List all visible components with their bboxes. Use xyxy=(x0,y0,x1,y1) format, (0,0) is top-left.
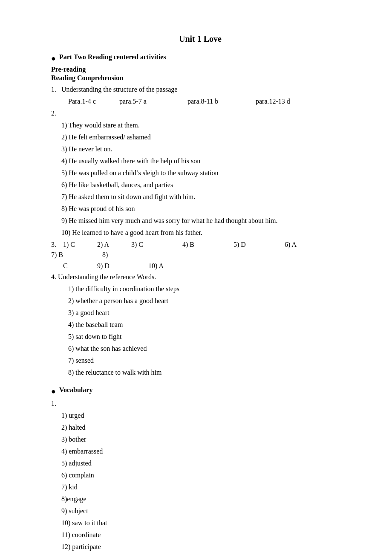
item-4-3: 3) a good heart xyxy=(68,308,349,318)
vocab-1-4: 4) embarrassed xyxy=(61,446,349,457)
item-4-text: Understanding the reference Words. xyxy=(58,273,156,280)
item-2-3: 3) He never let on. xyxy=(61,144,349,154)
item-2-4: 4) He usually walked there with the help… xyxy=(61,156,349,166)
ans-c2: C xyxy=(63,261,97,271)
page-title: Unit 1 Love xyxy=(51,34,349,44)
para-3: para.8-11 b xyxy=(187,96,256,107)
ans-4b: 4) B xyxy=(182,240,233,250)
ans-6a: 6) A xyxy=(285,240,319,250)
vocab-1-11: 11) coordinate xyxy=(61,530,349,540)
bullet-vocab-icon: ● xyxy=(51,386,56,397)
vocabulary-header: ● Vocabulary xyxy=(51,386,349,397)
item-4-7: 7) sensed xyxy=(68,356,349,366)
item-2-6: 6) He like basketball, dances, and parti… xyxy=(61,180,349,190)
item-2-9: 9) He missed him very much and was sorry… xyxy=(61,216,349,226)
item-4-6: 6) what the son has achieved xyxy=(68,344,349,354)
item-1-para-row: Para.1-4 c para.5-7 a para.8-11 b para.1… xyxy=(68,96,349,107)
ans-8: 8) xyxy=(102,250,136,260)
vocab-item-1-subitems: 1) urged 2) halted 3) bother 4) embarras… xyxy=(61,410,349,552)
para-2: para.5-7 a xyxy=(119,96,187,107)
ans-5d: 5) D xyxy=(233,240,285,250)
item-4-5: 5) sat down to fight xyxy=(68,332,349,342)
para-1: Para.1-4 c xyxy=(68,96,119,107)
vocab-1-6: 6) complain xyxy=(61,470,349,480)
ans-1c: 1) C xyxy=(63,240,97,250)
item-2-subitems: 1) They would stare at them. 2) He felt … xyxy=(61,120,349,238)
vocabulary-label: Vocabulary xyxy=(59,386,93,394)
vocab-1-1: 1) urged xyxy=(61,410,349,421)
item-2-1: 1) They would stare at them. xyxy=(61,120,349,130)
item-4: 4. Understanding the reference Words. xyxy=(51,272,349,282)
vocab-1-5: 5) adjusted xyxy=(61,458,349,468)
item-2-2: 2) He felt embarrassed/ ashamed xyxy=(61,132,349,142)
item-4-4: 4) the baseball team xyxy=(68,320,349,330)
item-2-5: 5) He was pulled on a child’s sleigh to … xyxy=(61,168,349,178)
item-4-1: 1) the difficulty in coordination the st… xyxy=(68,284,349,294)
para-4: para.12-13 d xyxy=(256,96,324,107)
item-4-8: 8) the reluctance to walk with him xyxy=(68,367,349,378)
vocab-1-10: 10) saw to it that xyxy=(61,518,349,528)
item-2-7: 7) He asked them to sit down and fight w… xyxy=(61,192,349,202)
item-2-10: 10) He learned to have a good heart from… xyxy=(61,228,349,238)
item-2: 2. xyxy=(51,108,349,119)
item-4-subitems: 1) the difficulty in coordination the st… xyxy=(68,284,349,378)
item-3-row1: 3. 1) C 2) A 3) C 4) B 5) D 6) A 7) B 8) xyxy=(51,240,349,260)
item-1: 1. Understanding the structure of the pa… xyxy=(51,84,349,95)
ans-10a: 10) A xyxy=(148,261,182,271)
item-3-row2: C 9) D 10) A xyxy=(51,261,349,271)
pre-reading-header: Pre-reading xyxy=(51,66,349,73)
part-two-label: Part Two Reading centered activities xyxy=(59,53,166,61)
item-2-8: 8) He was proud of his son xyxy=(61,204,349,214)
vocab-1-3: 3) bother xyxy=(61,434,349,445)
ans-7b: 7) B xyxy=(51,250,102,260)
item-1-text: Understanding the structure of the passa… xyxy=(61,86,177,93)
ans-9d: 9) D xyxy=(97,261,148,271)
vocab-1-9: 9) subject xyxy=(61,506,349,516)
vocab-1-7: 7) kid xyxy=(61,482,349,492)
part-two-header: ● Part Two Reading centered activities xyxy=(51,53,349,64)
bullet-icon: ● xyxy=(51,53,56,64)
ans-3c: 3) C xyxy=(131,240,182,250)
reading-comp-header: Reading Comprehension xyxy=(51,74,349,82)
vocab-1-12: 12) participate xyxy=(61,542,349,552)
vocab-item-1: 1. xyxy=(51,399,349,409)
item-4-2: 2) whether a person has a good heart xyxy=(68,296,349,306)
ans-2a: 2) A xyxy=(97,240,131,250)
vocab-1-2: 2) halted xyxy=(61,422,349,433)
vocab-1-8: 8)engage xyxy=(61,494,349,504)
